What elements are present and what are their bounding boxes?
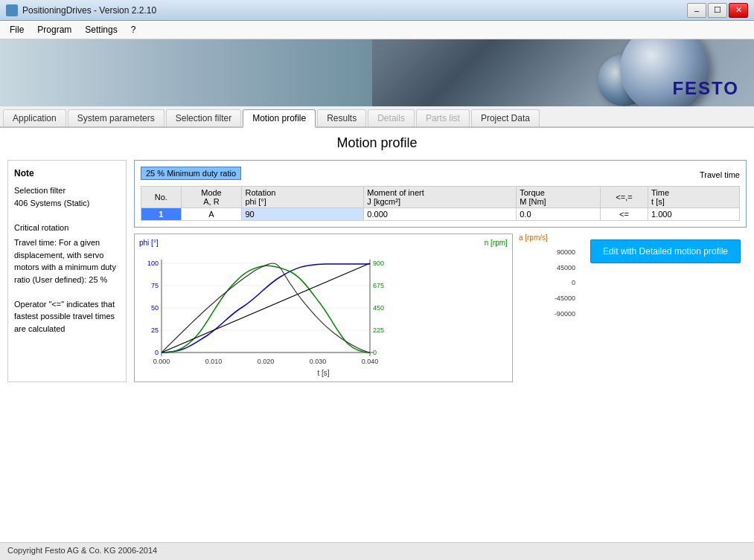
col-header-moment: Moment of inertJ [kgcm²] bbox=[364, 187, 517, 208]
x-axis-label: t [s] bbox=[139, 369, 508, 377]
cell-no: 1 bbox=[141, 208, 182, 221]
a-axis-panel: a [rpm/s] 90000 45000 0 -45000 -90000 bbox=[519, 234, 578, 382]
cell-mode: A bbox=[181, 208, 242, 221]
table-row[interactable]: 1 A 0.000 0.0 <= 1.000 bbox=[141, 208, 740, 221]
col-header-rotation: Rotationphi [°] bbox=[242, 187, 364, 208]
svg-text:450: 450 bbox=[373, 304, 384, 312]
svg-text:0.010: 0.010 bbox=[205, 358, 223, 365]
edit-detailed-button[interactable]: Edit with Detailed motion profile bbox=[590, 239, 741, 263]
svg-text:0.020: 0.020 bbox=[258, 358, 275, 365]
festo-logo: FESTO bbox=[672, 78, 739, 99]
maximize-button[interactable]: ☐ bbox=[708, 3, 727, 18]
main-content: Motion profile Note Selection filter 406… bbox=[0, 128, 754, 542]
menu-help[interactable]: ? bbox=[124, 22, 143, 37]
minimize-button[interactable]: – bbox=[687, 3, 706, 18]
svg-text:675: 675 bbox=[373, 282, 384, 289]
col-header-no: No. bbox=[141, 187, 182, 208]
tab-system-parameters[interactable]: System parameters bbox=[68, 109, 164, 126]
note-line5: Travel time: For a given displacement, w… bbox=[14, 236, 120, 286]
note-panel: Note Selection filter 406 Systems (Stati… bbox=[7, 160, 127, 382]
col-header-mode: ModeA, R bbox=[181, 187, 242, 208]
a-label: a [rpm/s] bbox=[519, 234, 578, 242]
tab-bar: Application System parameters Selection … bbox=[0, 106, 754, 128]
tab-project-data[interactable]: Project Data bbox=[471, 109, 540, 126]
svg-text:0.030: 0.030 bbox=[310, 358, 327, 365]
cell-moment: 0.000 bbox=[364, 208, 517, 221]
button-panel: Edit with Detailed motion profile bbox=[584, 234, 747, 382]
table-area: 25 % Minimum duty ratio Travel time No. … bbox=[134, 160, 747, 228]
col-header-op: <=,= bbox=[600, 187, 648, 208]
svg-text:100: 100 bbox=[147, 260, 159, 267]
note-line2: 406 Systems (Static) bbox=[14, 197, 120, 210]
motion-table: No. ModeA, R Rotationphi [°] Moment of i… bbox=[141, 186, 740, 221]
menu-settings[interactable]: Settings bbox=[78, 22, 124, 37]
chart-panel: phi [°] n [rpm] bbox=[134, 234, 513, 382]
tab-results[interactable]: Results bbox=[317, 109, 366, 126]
tab-motion-profile[interactable]: Motion profile bbox=[243, 109, 316, 128]
svg-text:25: 25 bbox=[151, 326, 159, 334]
phi-label: phi [°] bbox=[139, 239, 159, 247]
table-top-row: 25 % Minimum duty ratio Travel time bbox=[141, 167, 740, 183]
col-header-torque: TorqueM [Nm] bbox=[517, 187, 601, 208]
svg-text:225: 225 bbox=[373, 326, 384, 334]
app-icon bbox=[6, 4, 18, 16]
travel-time-label: Travel time bbox=[700, 170, 740, 179]
cell-time: 1.000 bbox=[648, 208, 740, 221]
col-header-time: Timet [s] bbox=[648, 187, 740, 208]
right-panel: 25 % Minimum duty ratio Travel time No. … bbox=[134, 160, 747, 382]
a-axis-values: 90000 45000 0 -45000 -90000 bbox=[519, 245, 578, 321]
menu-bar: File Program Settings ? bbox=[0, 21, 754, 39]
n-label: n [rpm] bbox=[485, 239, 508, 247]
svg-text:0.040: 0.040 bbox=[362, 358, 379, 365]
note-line7: Operator "<=" indicates that fastest pos… bbox=[14, 298, 120, 335]
title-bar-controls: – ☐ ✕ bbox=[687, 3, 748, 18]
header-image: FESTO bbox=[0, 39, 754, 106]
window-title: PositioningDrives - Version 2.2.10 bbox=[22, 5, 156, 16]
menu-program[interactable]: Program bbox=[31, 22, 78, 37]
tab-application[interactable]: Application bbox=[3, 109, 66, 126]
title-bar-left: PositioningDrives - Version 2.2.10 bbox=[6, 4, 156, 16]
cell-op: <= bbox=[600, 208, 648, 221]
tab-parts-list: Parts list bbox=[416, 109, 470, 126]
duty-ratio-label: 25 % Minimum duty ratio bbox=[141, 167, 241, 180]
chart-svg: 100 75 50 25 0 900 675 450 225 0 0.000 bbox=[139, 248, 407, 367]
chart-row: phi [°] n [rpm] bbox=[134, 234, 747, 382]
note-title: Note bbox=[14, 167, 120, 180]
svg-text:900: 900 bbox=[373, 260, 384, 267]
svg-text:0: 0 bbox=[155, 349, 159, 356]
header-curve bbox=[0, 39, 372, 106]
tab-details: Details bbox=[368, 109, 415, 126]
tab-selection-filter[interactable]: Selection filter bbox=[166, 109, 241, 126]
svg-text:50: 50 bbox=[151, 304, 159, 312]
svg-text:0.000: 0.000 bbox=[153, 358, 170, 365]
page-title: Motion profile bbox=[7, 135, 747, 151]
close-button[interactable]: ✕ bbox=[729, 3, 748, 18]
note-line4: Critical rotation bbox=[14, 222, 120, 234]
content-row: Note Selection filter 406 Systems (Stati… bbox=[7, 160, 747, 382]
svg-text:75: 75 bbox=[151, 282, 159, 289]
title-bar: PositioningDrives - Version 2.2.10 – ☐ ✕ bbox=[0, 0, 754, 21]
svg-text:0: 0 bbox=[373, 349, 377, 356]
cell-torque: 0.0 bbox=[517, 208, 601, 221]
cell-rotation[interactable] bbox=[242, 208, 364, 221]
rotation-input[interactable] bbox=[245, 210, 290, 219]
note-line1: Selection filter bbox=[14, 184, 120, 197]
menu-file[interactable]: File bbox=[3, 22, 31, 37]
